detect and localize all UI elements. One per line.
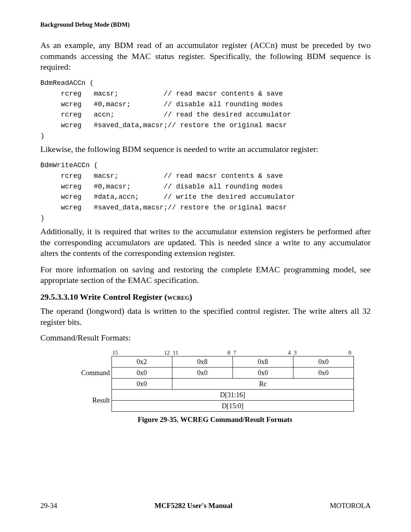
table-cell: 0x0 [172,367,233,379]
table-cell-rc: Rc [172,379,354,390]
bit-label: 8 [228,350,233,356]
section-title-smallcaps: wcreg [167,292,189,302]
row-label-result: Result [76,390,112,412]
table-row: 0x0 Rc [76,379,354,390]
footer-page-number: 29-34 [40,502,57,510]
bit-label: 12 [164,350,172,356]
table-cell: 0x0 [293,367,354,379]
table-cell: 0x0 [112,367,172,379]
table-row: 0x0 0x0 0x0 0x0 [76,367,354,379]
code-bdm-write: BdmWriteACCn ( rcreg macsr; // read macs… [40,160,371,224]
figure-caption: Figure 29-35. WCREG Command/Result Forma… [76,415,354,424]
table-row: Result D[31:16] [76,390,354,401]
footer-manual-title: MCF5282 User's Manual [155,502,233,510]
paragraph-additionally: Additionally, it is required that writes… [40,226,371,259]
table-cell: 0x2 [112,356,172,367]
section-number: 29.5.3.3.10 [40,292,80,302]
page: Background Debug Mode (BDM) As an exampl… [0,0,411,448]
table-cell: 0x0 [112,379,172,390]
footer-vendor: MOTOROLA [330,502,371,510]
code-bdm-read: BdmReadACCn ( rcreg macsr; // read macsr… [40,78,371,142]
section-title-post: ) [190,292,192,302]
bit-header-seg: 3 0 [293,350,354,356]
bit-header-seg: 11 8 [172,350,233,356]
running-header: Background Debug Mode (BDM) [40,21,371,29]
paragraph-moreinfo: For more information on saving and resto… [40,264,371,286]
section-heading-wcreg: 29.5.3.3.10 Write Control Register (wcre… [40,292,371,302]
table-cell-data-high: D[31:16] [112,390,354,401]
bit-label: 11 [172,350,178,356]
bit-label: 15 [112,350,118,356]
bit-label: 0 [349,350,354,356]
page-footer: 29-34 MCF5282 User's Manual MOTOROLA [40,502,371,510]
paragraph-wcreg-desc: The operand (longword) data is written t… [40,306,371,328]
figure-smallcaps: WCREG [180,415,209,423]
bit-header-seg: 7 4 [233,350,293,356]
table-cell: 0x0 [233,367,293,379]
paragraph-likewise: Likewise, the following BDM sequence is … [40,144,371,155]
row-label-command: Command [76,356,112,390]
command-result-table: Command 0x2 0x8 0x8 0x0 0x0 0x0 0x0 0x0 … [76,356,354,412]
bit-label: 7 [233,350,236,356]
table-row: Command 0x2 0x8 0x8 0x0 [76,356,354,367]
section-title-pre: Write Control Register ( [80,292,167,302]
table-row: D[15:0] [76,401,354,412]
table-cell: 0x8 [233,356,293,367]
paragraph-intro: As an example, any BDM read of an accumu… [40,40,371,73]
bit-label: 4 [288,350,293,356]
bit-header-seg: 15 12 [112,350,172,356]
bit-header-row: 15 12 11 8 7 4 3 0 [112,350,354,356]
table-cell: 0x8 [172,356,233,367]
formats-label: Command/Result Formats: [40,333,371,343]
table-cell-data-low: D[15:0] [112,401,354,412]
bit-table-wrapper: 15 12 11 8 7 4 3 0 Command 0x2 [76,350,354,424]
table-cell: 0x0 [293,356,354,367]
bit-label: 3 [293,350,297,356]
figure-rest: Command/Result Formats [209,415,293,423]
figure-number: Figure 29-35. [138,415,180,423]
